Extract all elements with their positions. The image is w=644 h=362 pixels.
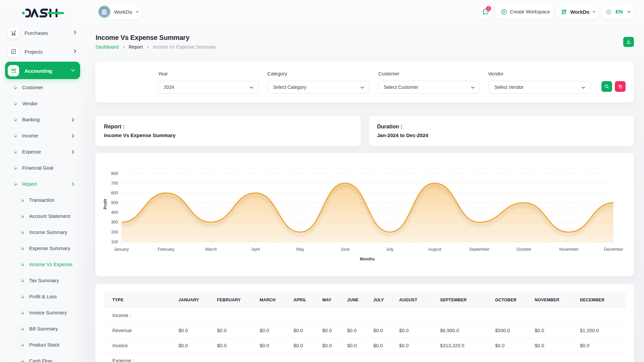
- svg-text:300: 300: [111, 220, 118, 225]
- svg-text:100: 100: [111, 240, 118, 244]
- svg-text:Months: Months: [360, 257, 375, 261]
- svg-text:Profit: Profit: [103, 199, 108, 209]
- svg-text:April: April: [251, 247, 260, 252]
- svg-text:February: February: [158, 247, 175, 252]
- svg-text:September: September: [469, 247, 489, 252]
- svg-text:700: 700: [111, 181, 118, 186]
- svg-text:600: 600: [111, 191, 118, 195]
- svg-text:400: 400: [111, 210, 118, 215]
- svg-text:October: October: [517, 247, 531, 252]
- svg-text:500: 500: [111, 200, 118, 205]
- svg-text:January: January: [114, 247, 129, 252]
- svg-text:December: December: [604, 247, 623, 252]
- svg-text:May: May: [296, 247, 304, 252]
- svg-text:800: 800: [111, 171, 118, 176]
- svg-text:August: August: [428, 247, 441, 252]
- svg-text:July: July: [386, 247, 394, 252]
- svg-text:June: June: [340, 247, 350, 252]
- svg-text:March: March: [205, 247, 217, 252]
- svg-text:November: November: [559, 247, 579, 252]
- svg-text:200: 200: [111, 230, 118, 235]
